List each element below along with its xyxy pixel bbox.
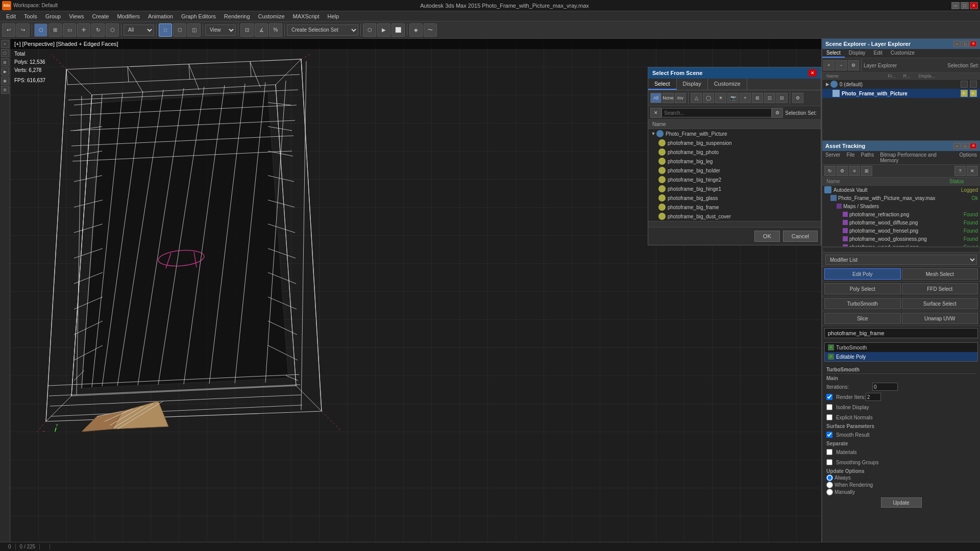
menu-rendering[interactable]: Rendering [220,12,254,20]
filter-dropdown[interactable]: All [124,24,154,36]
se-new-btn[interactable]: + [823,60,835,70]
helper-filter[interactable]: + [740,93,751,103]
tree-item-hinge2[interactable]: photoframe_big_hinge2 [648,175,821,184]
snap-percent-button[interactable]: % [269,23,282,37]
at-restore-btn[interactable]: □ [962,143,969,149]
close-button[interactable]: ✕ [970,2,978,9]
select-by-name-button[interactable]: ⊞ [48,23,62,37]
tree-item-suspension[interactable]: photoframe_big_suspension [648,138,821,147]
mesh-select-button[interactable]: Mesh Select [902,268,978,280]
at-menu-paths[interactable]: Paths [860,152,875,164]
smooth-result-check[interactable]: Smooth Result [826,432,870,438]
editpoly-enable-check[interactable]: ✓ [828,354,834,360]
ffd-select-button[interactable]: FFD Select [902,283,978,294]
menu-graph-editors[interactable]: Graph Editors [177,12,220,20]
minimize-button[interactable]: ─ [951,2,960,9]
at-settings-btn[interactable]: ⚙ [837,166,848,176]
menu-tools[interactable]: Tools [20,12,41,20]
invert-btn[interactable]: Inv [675,93,686,103]
select-highlight-button[interactable]: □ [159,23,172,37]
tree-item-leg[interactable]: photoframe_big_leg [648,157,821,166]
when-rendering-radio-input[interactable] [826,482,833,488]
select-object-button[interactable]: ⬡ [34,23,47,37]
undo-button[interactable]: ↩ [2,23,15,37]
at-help-btn[interactable]: ? [954,166,966,176]
tree-item-dust[interactable]: photoframe_big_dust_cover [648,212,821,221]
at-close-btn[interactable]: ✕ [970,143,977,149]
search-input[interactable] [662,108,772,117]
at-list-btn[interactable]: ≡ [849,166,860,176]
turbsmooth-stack-item[interactable]: ✓ TurboSmooth [825,343,977,352]
materials-check[interactable]: Materials [826,449,857,455]
create-tab[interactable]: + [1,40,9,48]
at-menu-server[interactable]: Server [824,152,841,164]
mirror-button[interactable]: ◫ [187,23,201,37]
smoothing-groups-checkbox[interactable] [826,459,832,465]
at-scrollbar[interactable] [822,246,980,253]
at-row-diffuse[interactable]: photoframe_wood_diffuse.png Found [822,218,980,227]
at-row-vault[interactable]: Autodesk Vault Logged [822,186,980,194]
render-iters-check[interactable]: Render Iters: [826,394,866,400]
dialog-scroll-bar[interactable] [648,221,821,227]
menu-create[interactable]: Create [88,12,113,20]
bone-filter[interactable]: ⊡ [764,93,775,103]
materials-checkbox[interactable] [826,449,832,455]
manually-radio[interactable]: Manually [826,489,976,495]
turbsmooth-button[interactable]: TurboSmooth [824,298,901,309]
none-btn[interactable]: None [663,93,674,103]
cancel-button[interactable]: Cancel [783,231,818,242]
surface-select-button[interactable]: Surface Select [902,298,978,309]
camera-filter[interactable]: 📷 [727,93,739,103]
unwrap-uvw-button[interactable]: Unwrap UVW [902,313,978,324]
snap-toggle-button[interactable]: ⊡ [240,23,254,37]
at-row-frensel[interactable]: photoframe_wood_frensel.png Found [822,227,980,235]
hierarchy-tab[interactable]: ⊞ [1,58,9,66]
editable-poly-stack-item[interactable]: ✓ Editable Poly [825,352,977,361]
at-close2-btn[interactable]: ✕ [967,166,978,176]
dialog-close-button[interactable]: ✕ [808,69,817,77]
at-row-maps[interactable]: Maps / Shaders [822,202,980,210]
menu-customize[interactable]: Customize [254,12,289,20]
tree-root-item[interactable]: ▼ Photo_Frame_with_Picture [648,129,821,138]
turbsmooth-enable-check[interactable]: ✓ [828,344,834,350]
modifier-list-dropdown[interactable]: Modifier List [825,255,977,265]
tab-display[interactable]: Display [677,79,708,90]
at-row-refraction[interactable]: photoframe_refraction.png Found [822,210,980,218]
expand-icon[interactable]: ▼ [650,131,656,137]
panel-restore-btn[interactable]: □ [962,41,969,47]
se-delete-btn[interactable]: − [836,60,847,70]
render-setup-button[interactable]: ⬡ [363,23,376,37]
at-grid-btn[interactable]: ⊞ [861,166,872,176]
se-tab-edit[interactable]: Edit [870,49,887,58]
object-name-field[interactable] [824,328,978,338]
space-filter[interactable]: ⊞ [752,93,763,103]
menu-group[interactable]: Group [41,12,65,20]
rotate-button[interactable]: ↻ [91,23,105,37]
select-paint-button[interactable]: ⬡ [173,23,186,37]
material-editor-button[interactable]: ◈ [409,23,423,37]
select-move-button[interactable]: ✛ [77,23,90,37]
tab-select[interactable]: Select [648,79,677,90]
slice-button[interactable]: Slice [824,313,901,324]
isoline-check[interactable]: Isoline Display [826,404,869,410]
panel-close-btn[interactable]: ✕ [970,41,977,47]
panel-minimize-btn[interactable]: ─ [953,41,961,47]
se-tab-display[interactable]: Display [845,49,870,58]
menu-modifiers[interactable]: Modifiers [113,12,144,20]
when-rendering-radio[interactable]: When Rendering [826,482,976,488]
modify-tab[interactable]: ⬡ [1,49,9,57]
expand-icon[interactable]: ▶ [824,81,830,87]
view-dropdown[interactable]: View [205,24,236,36]
at-row-maxfile[interactable]: Photo_Frame_with_Picture_max_vray.max Ok [822,194,980,202]
redo-button[interactable]: ↪ [16,23,30,37]
tree-item-photo[interactable]: photoframe_big_photo [648,147,821,157]
rendered-frame-button[interactable]: ⬜ [391,23,405,37]
always-radio[interactable]: Always [826,474,976,481]
se-options-btn[interactable]: ⚙ [848,60,859,70]
se-tab-customize[interactable]: Customize [887,49,919,58]
scale-button[interactable]: ⬡ [106,23,119,37]
snap-angle-button[interactable]: ∡ [255,23,268,37]
curve-editor-button[interactable]: 〜 [424,23,437,37]
utilities-tab[interactable]: ⚙ [1,86,9,94]
menu-maxscript[interactable]: MAXScript [289,12,324,20]
